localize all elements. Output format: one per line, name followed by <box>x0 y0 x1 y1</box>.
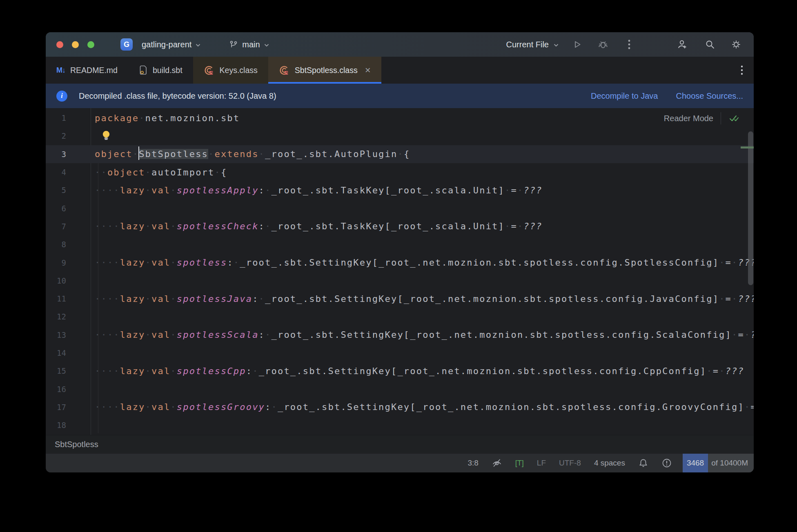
more-actions-button[interactable] <box>622 38 636 51</box>
editor-pane[interactable]: 1package·net.moznion.sbt23object·SbtSpot… <box>46 108 754 435</box>
caret-position-widget[interactable]: 3:8 <box>468 459 478 468</box>
kebab-menu-icon <box>628 40 630 49</box>
ide-window: G gatling-parent main Current File <box>46 32 754 472</box>
kebab-menu-icon <box>741 65 743 75</box>
line-number: 4 <box>46 168 66 177</box>
branch-name: main <box>242 40 260 49</box>
line-number: 13 <box>46 330 66 339</box>
line-ending-widget[interactable]: LF <box>537 459 546 468</box>
tab-readme-md[interactable]: M↓README.md <box>46 57 128 84</box>
add-user-icon <box>677 39 688 50</box>
run-configuration-label: Current File <box>506 40 549 49</box>
code-area: 1package·net.moznion.sbt23object·SbtSpot… <box>46 109 754 434</box>
chevron-down-icon <box>264 44 269 47</box>
error-stripe-mark[interactable] <box>741 146 754 149</box>
reader-mode-widget[interactable]: Reader Mode <box>664 112 740 124</box>
line-number: 17 <box>46 403 66 412</box>
todo-widget[interactable]: [T] <box>515 459 524 468</box>
tab-build-sbt[interactable]: build.sbt <box>128 57 193 84</box>
intention-bulb-icon[interactable] <box>101 130 111 142</box>
line-number: 8 <box>46 240 66 249</box>
settings-button[interactable] <box>729 38 743 51</box>
memory-used: 3468 <box>683 454 708 472</box>
line-number: 16 <box>46 385 66 394</box>
line-number: 15 <box>46 366 66 375</box>
bell-icon <box>638 458 648 468</box>
play-icon <box>572 39 582 50</box>
project-name: gatling-parent <box>142 40 191 49</box>
run-configuration-selector[interactable]: Current File <box>506 40 559 49</box>
title-bar: G gatling-parent main Current File <box>46 32 754 57</box>
git-branch-icon <box>229 40 238 49</box>
search-icon <box>704 39 716 50</box>
code-line-9: 9····lazy·val·spotless:·_root_.sbt.Setti… <box>46 253 754 271</box>
bug-icon <box>598 39 608 50</box>
memory-indicator[interactable]: 3468 of 10400M <box>683 454 754 472</box>
status-bar: 3:8 [T] LF UTF-8 4 spaces 3468 of 10400M <box>46 453 754 472</box>
info-icon: i <box>56 91 67 102</box>
vcs-branch-widget[interactable]: main <box>229 40 269 49</box>
chevron-down-icon <box>554 44 559 47</box>
scrollbar-thumb[interactable] <box>748 131 753 285</box>
close-window-button[interactable] <box>56 41 63 48</box>
encoding-widget[interactable]: UTF-8 <box>559 459 581 468</box>
code-line-13: 13····lazy·val·spotlessScala:·_root_.sbt… <box>46 326 754 344</box>
error-analysis-widget[interactable] <box>661 458 672 468</box>
line-number: 14 <box>46 348 66 357</box>
tab-close-button[interactable]: × <box>365 65 371 75</box>
code-line-3: 3object·SbtSpotless·extends·_root_.sbt.A… <box>46 145 754 163</box>
decompiler-banner: i Decompiled .class file, bytecode versi… <box>46 84 754 108</box>
editor-tab-bar: M↓README.mdbuild.sbtKeys.classSbtSpotles… <box>46 57 754 84</box>
search-everywhere-button[interactable] <box>703 38 717 51</box>
code-text: ··object·autoImport·{ <box>95 167 227 177</box>
tab-list-menu-button[interactable] <box>730 57 754 84</box>
code-line-4: 4··object·autoImport·{ <box>46 163 754 181</box>
breadcrumb-item[interactable]: SbtSpotless <box>55 440 98 449</box>
line-number: 12 <box>46 312 66 321</box>
java-class-icon <box>204 65 215 76</box>
code-text: ····lazy·val·spotlessGroovy:·_root_.sbt.… <box>95 402 754 412</box>
choose-sources-link[interactable]: Choose Sources... <box>676 91 743 101</box>
line-number: 6 <box>46 204 66 213</box>
gear-icon <box>730 39 742 50</box>
line-number: 5 <box>46 186 66 195</box>
decompile-to-java-link[interactable]: Decompile to Java <box>591 91 658 101</box>
line-number: 9 <box>46 258 66 267</box>
code-with-me-button[interactable] <box>675 38 689 51</box>
code-text: ····lazy·val·spotlessJava:·_root_.sbt.Se… <box>95 294 754 304</box>
code-line-6: 6 <box>46 199 754 217</box>
line-number: 2 <box>46 131 66 140</box>
project-widget[interactable]: G gatling-parent <box>120 38 200 51</box>
code-line-18: 18 <box>46 416 754 434</box>
zoom-window-button[interactable] <box>87 41 94 48</box>
highlighting-off-icon <box>492 458 502 468</box>
inspections-ok-icon[interactable] <box>728 113 740 124</box>
tab-sbtspotless-class[interactable]: SbtSpotless.class× <box>268 57 381 84</box>
breadcrumb: SbtSpotless <box>46 435 754 453</box>
tab-keys-class[interactable]: Keys.class <box>193 57 268 84</box>
markdown-icon: M↓ <box>56 66 65 75</box>
sbt-file-icon <box>139 65 148 75</box>
notifications-button[interactable] <box>638 458 648 468</box>
tab-label: SbtSpotless.class <box>295 66 358 75</box>
highlighting-level-widget[interactable] <box>492 458 502 468</box>
project-icon: G <box>120 38 133 51</box>
tab-label: build.sbt <box>153 66 183 75</box>
chevron-down-icon <box>196 44 200 47</box>
debug-button[interactable] <box>596 38 610 51</box>
code-line-1: 1package·net.moznion.sbt <box>46 109 754 127</box>
code-text: ····lazy·val·spotlessApply:·_root_.sbt.T… <box>95 185 543 195</box>
code-text: package·net.moznion.sbt <box>95 113 240 123</box>
memory-total: of 10400M <box>708 454 754 472</box>
code-text: ····lazy·val·spotlessCpp:·_root_.sbt.Set… <box>95 366 744 376</box>
run-button[interactable] <box>570 38 584 51</box>
code-line-11: 11····lazy·val·spotlessJava:·_root_.sbt.… <box>46 290 754 308</box>
reader-mode-label: Reader Mode <box>664 114 713 123</box>
indent-widget[interactable]: 4 spaces <box>594 459 625 468</box>
minimize-window-button[interactable] <box>72 41 79 48</box>
code-text: ····lazy·val·spotlessCheck:·_root_.sbt.T… <box>95 221 543 231</box>
java-class-icon <box>279 65 290 76</box>
code-line-12: 12 <box>46 308 754 326</box>
window-controls <box>56 41 94 48</box>
code-line-8: 8 <box>46 235 754 253</box>
